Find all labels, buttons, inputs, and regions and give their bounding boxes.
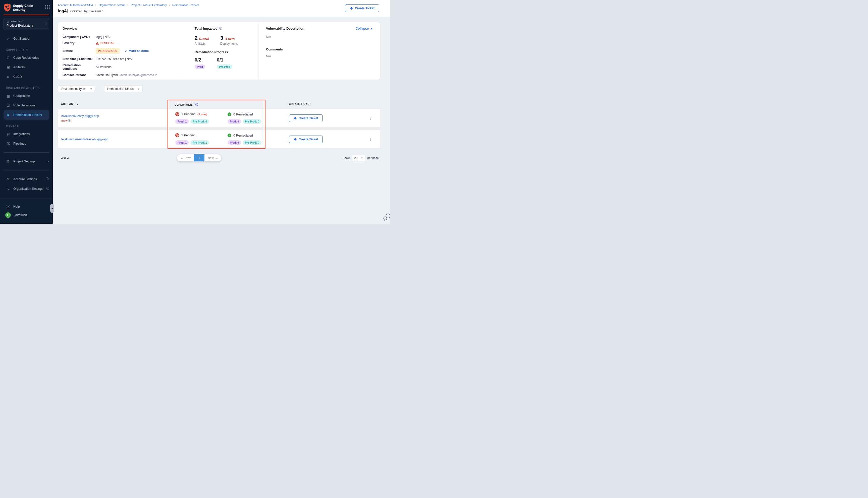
create-ticket-button[interactable]: ❖ Create Ticket <box>289 135 323 143</box>
clipboard-check-icon: ☑ <box>6 103 10 107</box>
sidebar-collapse-handle[interactable]: ◀ <box>50 204 54 213</box>
info-icon[interactable]: ⓘ <box>195 103 198 107</box>
created-by-label: Created by Lavakush <box>70 10 103 13</box>
integrations-icon: ⇄ <box>6 132 10 136</box>
info-icon[interactable]: ⓘ <box>68 119 71 122</box>
page-number-button[interactable]: 1 <box>194 154 205 161</box>
sidebar-item-cicd[interactable]: ∞ CI/CD <box>0 72 53 82</box>
sidebar-item-label: Organization Settings <box>13 187 43 191</box>
user-menu[interactable]: L Lavakush <box>0 211 53 219</box>
sidebar-item-remediation-tracker[interactable]: ◈ Remediation Tracker <box>3 110 49 120</box>
sidebar-item-label: Integrations <box>13 132 30 136</box>
comments-value: N/A <box>266 54 373 58</box>
prod-badge: Prod: 1 <box>175 140 189 145</box>
pending-clock-icon <box>175 133 179 137</box>
breadcrumb-project[interactable]: Project: Product Exploratory <box>131 3 167 6</box>
prod-progress-value: 0/2 <box>195 57 217 63</box>
sidebar-section-manage: MANAGE <box>0 122 53 129</box>
prod-badge: Prod: 0 <box>228 140 241 145</box>
info-icon[interactable]: ⓘ <box>46 177 49 181</box>
app-logo[interactable]: Supply Chain Security <box>0 0 53 12</box>
sidebar-item-pipelines[interactable]: ⌘ Pipelines <box>0 139 53 148</box>
project-selector[interactable]: ▢ PROJECT Product Exploratory › <box>3 18 49 30</box>
condition-value: All Versions <box>96 65 112 69</box>
overview-heading: Overview <box>63 27 180 30</box>
brand-underline <box>3 15 49 15</box>
mark-as-done-button[interactable]: ✓ Mark as done <box>125 49 149 53</box>
user-name: Lavakush <box>14 213 27 217</box>
pagination-controls: ← Prev 1 Next → <box>177 154 221 161</box>
prod-badge: Prod: 1 <box>175 119 189 124</box>
code-repository-icon: ⟨/⟩ <box>6 56 10 59</box>
create-ticket-button[interactable]: ❖ Create Ticket <box>289 115 323 122</box>
row-menu-kebab-icon[interactable]: ⋮ <box>368 135 373 143</box>
prev-page-button[interactable]: ← Prev <box>177 154 194 161</box>
artifact-link[interactable]: tejakummarikuntla/easy-buggy-app <box>61 137 108 141</box>
info-icon[interactable]: ⓘ <box>47 186 50 191</box>
row-menu-kebab-icon[interactable]: ⋮ <box>368 114 373 122</box>
shield-logo-icon <box>3 3 11 12</box>
breadcrumb-remediation-tracker[interactable]: Remediation Tracker <box>172 3 199 6</box>
sidebar-item-compliance[interactable]: ▤ Compliance <box>0 91 53 101</box>
critical-warning-icon <box>96 42 99 45</box>
remediated-check-icon: ✓ <box>228 133 231 137</box>
overview-card: Overview Component | CVE : log4j | N/A S… <box>58 22 380 80</box>
collapse-button[interactable]: Collapse ∧ <box>355 27 373 30</box>
ticket-diamond-icon: ❖ <box>294 117 297 120</box>
create-ticket-button[interactable]: ❖ Create Ticket <box>345 4 379 12</box>
total-impacted-heading: Total Impacted <box>195 27 218 30</box>
page-size-select[interactable]: 20 ∨ <box>352 155 365 161</box>
pending-count: 1 Pending <box>181 113 195 116</box>
sidebar-section-supply-chain: SUPPLY CHAIN <box>0 46 53 53</box>
component-cve-value: log4j | N/A <box>96 35 109 39</box>
environment-type-filter[interactable]: Environment Type ∨ <box>58 86 95 92</box>
overview-column: Overview Component | CVE : log4j | N/A S… <box>58 22 180 80</box>
support-chat-button[interactable] <box>383 213 390 222</box>
chevron-down-icon: ∨ <box>361 157 363 159</box>
pagination-summary: 2 of 2 <box>61 156 68 159</box>
remediation-status-filter[interactable]: Remediation Status ∨ <box>104 86 143 92</box>
sidebar-item-rule-definitions[interactable]: ☑ Rule Definitions <box>0 101 53 110</box>
sidebar-item-account-settings[interactable]: ≋ Account Settings ⓘ <box>0 174 53 184</box>
breadcrumb-organization[interactable]: Organization: default <box>99 3 125 6</box>
chevron-right-icon: › <box>48 159 49 163</box>
artifacts-count: 2 <box>195 35 198 41</box>
remediated-count: 0 Remediated <box>233 134 253 137</box>
sidebar-item-integrations[interactable]: ⇄ Integrations <box>0 129 53 139</box>
info-icon[interactable]: ⓘ <box>219 26 222 31</box>
artifact-link[interactable]: lavakush07/easy-buggy-app <box>61 114 99 118</box>
status-badge: IN-PROGRESS <box>96 48 119 54</box>
artifact-column-header[interactable]: ARTIFACT ▲ <box>61 103 79 105</box>
gear-icon: ⚙ <box>6 159 10 163</box>
preprod-progress-stat: 0/1 Pre-Prod <box>217 57 239 69</box>
sidebar: Supply Chain Security ▢ PROJECT Product … <box>0 0 53 224</box>
sidebar-item-artifacts[interactable]: ▣ Artifacts <box>0 63 53 72</box>
page-header: Account: Automation-SSCA › Organization:… <box>53 0 390 17</box>
sidebar-item-label: Code Repositories <box>13 56 39 60</box>
project-label: PROJECT <box>11 20 23 23</box>
condition-label: Remediation condition: <box>63 64 96 70</box>
severity-value: CRITICAL <box>101 41 115 45</box>
table-row: tejakummarikuntla/easy-buggy-app 2 Pendi… <box>58 130 380 148</box>
severity-label: Severity: <box>63 41 96 45</box>
chat-bubbles-icon <box>383 213 390 221</box>
collapse-arrow-icon: ◀ <box>51 207 53 209</box>
sidebar-item-code-repositories[interactable]: ⟨/⟩ Code Repositories <box>0 53 53 63</box>
project-box-icon: ▢ <box>7 20 9 23</box>
help-label: Help <box>13 205 20 208</box>
sidebar-item-organization-settings[interactable]: ⌥ Organization Settings ⓘ <box>0 184 53 194</box>
sidebar-nav: ⌂ Get Started SUPPLY CHAIN ⟨/⟩ Code Repo… <box>0 34 53 194</box>
help-button[interactable]: ? Help <box>0 202 53 211</box>
prod-badge: Prod <box>195 65 205 69</box>
breadcrumb-account[interactable]: Account: Automation-SSCA <box>58 3 93 6</box>
next-page-button[interactable]: Next → <box>205 154 221 161</box>
artifact-new-tag: (new ⓘ ) <box>61 119 72 122</box>
sidebar-item-project-settings[interactable]: ⚙ Project Settings › <box>0 157 53 166</box>
pending-clock-icon <box>175 112 179 116</box>
sidebar-item-label: Project Settings <box>13 160 36 163</box>
logo-title-line1: Supply Chain <box>13 4 43 8</box>
sidebar-item-get-started[interactable]: ⌂ Get Started <box>0 34 53 43</box>
table-header: ARTIFACT ▲ DEPLOYMENT ⓘ CREATE TICKET <box>58 103 380 107</box>
module-grid-icon[interactable] <box>45 5 50 9</box>
impacted-artifacts-stat: 2 (1 new) Artifacts <box>195 35 220 45</box>
